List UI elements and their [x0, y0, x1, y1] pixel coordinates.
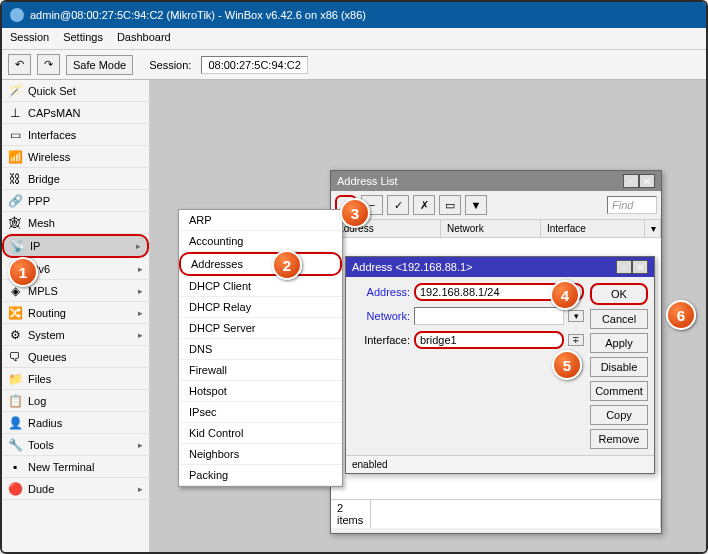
sidebar-item-queues[interactable]: 🗨Queues — [2, 346, 149, 368]
sidebar-icon: ⚙ — [8, 328, 22, 342]
col-interface[interactable]: Interface — [541, 220, 645, 237]
sidebar-item-radius[interactable]: 👤Radius — [2, 412, 149, 434]
submenu-item-dhcp-relay[interactable]: DHCP Relay — [179, 297, 342, 318]
address-edit-footer: enabled — [346, 455, 654, 473]
sidebar-label: New Terminal — [28, 461, 94, 473]
address-form: Address: Network: ▾ Interface: ∓ — [352, 283, 584, 449]
sidebar-item-routing[interactable]: 🔀Routing▸ — [2, 302, 149, 324]
chevron-right-icon: ▸ — [138, 308, 143, 318]
sidebar-label: Wireless — [28, 151, 70, 163]
enable-button[interactable]: ✓ — [387, 195, 409, 215]
menu-settings[interactable]: Settings — [63, 31, 103, 46]
menu-session[interactable]: Session — [10, 31, 49, 46]
address-list-titlebar[interactable]: Address List ▫ ✕ — [331, 171, 661, 191]
sidebar-item-tools[interactable]: 🔧Tools▸ — [2, 434, 149, 456]
sidebar-item-system[interactable]: ⚙System▸ — [2, 324, 149, 346]
cancel-button[interactable]: Cancel — [590, 309, 648, 329]
titlebar: admin@08:00:27:5C:94:C2 (MikroTik) - Win… — [2, 2, 706, 28]
interface-input[interactable] — [414, 331, 564, 349]
sidebar-item-files[interactable]: 📁Files — [2, 368, 149, 390]
close-icon[interactable]: ✕ — [639, 174, 655, 188]
address-buttons: OK Cancel Apply Disable Comment Copy Rem… — [590, 283, 648, 449]
submenu-item-dhcp-client[interactable]: DHCP Client — [179, 276, 342, 297]
address-edit-window: Address <192.168.88.1> ▫ ✕ Address: Netw… — [345, 256, 655, 474]
close-icon[interactable]: ✕ — [632, 260, 648, 274]
sidebar-label: IP — [30, 240, 40, 252]
col-menu-icon[interactable]: ▾ — [645, 220, 661, 237]
col-network[interactable]: Network — [441, 220, 541, 237]
interface-dropdown-icon[interactable]: ∓ — [568, 334, 584, 346]
safemode-button[interactable]: Safe Mode — [66, 55, 133, 75]
sidebar-label: Quick Set — [28, 85, 76, 97]
menubar: Session Settings Dashboard — [2, 28, 706, 50]
remove-button[interactable]: Remove — [590, 429, 648, 449]
copy-button[interactable]: Copy — [590, 405, 648, 425]
submenu-item-dns[interactable]: DNS — [179, 339, 342, 360]
network-dropdown-icon[interactable]: ▾ — [568, 310, 584, 322]
sidebar-icon: 🔴 — [8, 482, 22, 496]
network-input[interactable] — [414, 307, 564, 325]
submenu-item-hotspot[interactable]: Hotspot — [179, 381, 342, 402]
sidebar-item-log[interactable]: 📋Log — [2, 390, 149, 412]
undo-button[interactable]: ↶ — [8, 54, 31, 75]
sidebar-item-mesh[interactable]: 🕸Mesh — [2, 212, 149, 234]
disable-button[interactable]: Disable — [590, 357, 648, 377]
sidebar-icon: 📁 — [8, 372, 22, 386]
chevron-right-icon: ▸ — [138, 440, 143, 450]
sidebar-label: CAPsMAN — [28, 107, 81, 119]
app-icon — [10, 8, 24, 22]
status-bar: 2 items — [331, 499, 661, 528]
chevron-right-icon: ▸ — [138, 484, 143, 494]
address-edit-body: Address: Network: ▾ Interface: ∓ — [346, 277, 654, 455]
submenu-item-firewall[interactable]: Firewall — [179, 360, 342, 381]
minimize-icon[interactable]: ▫ — [616, 260, 632, 274]
main-area: 🪄Quick Set⊥CAPsMAN▭Interfaces📶Wireless⛓B… — [2, 80, 706, 554]
sidebar-item-bridge[interactable]: ⛓Bridge — [2, 168, 149, 190]
disable-button[interactable]: ✗ — [413, 195, 435, 215]
window-title: admin@08:00:27:5C:94:C2 (MikroTik) - Win… — [30, 9, 366, 21]
sidebar-item-interfaces[interactable]: ▭Interfaces — [2, 124, 149, 146]
menu-dashboard[interactable]: Dashboard — [117, 31, 171, 46]
minimize-icon[interactable]: ▫ — [623, 174, 639, 188]
ok-button[interactable]: OK — [590, 283, 648, 305]
apply-button[interactable]: Apply — [590, 333, 648, 353]
address-list-toolbar: + − ✓ ✗ ▭ ▼ Find — [331, 191, 661, 220]
address-list-title: Address List — [337, 175, 398, 187]
submenu-item-kid-control[interactable]: Kid Control — [179, 423, 342, 444]
submenu-item-accounting[interactable]: Accounting — [179, 231, 342, 252]
submenu-item-packing[interactable]: Packing — [179, 465, 342, 486]
comment-button[interactable]: Comment — [590, 381, 648, 401]
sidebar-item-ip[interactable]: 📡IP▸ — [2, 234, 149, 258]
sidebar-item-new-terminal[interactable]: ▪New Terminal — [2, 456, 149, 478]
sidebar-item-ppp[interactable]: 🔗PPP — [2, 190, 149, 212]
sidebar-icon: ⊥ — [8, 106, 22, 120]
find-input[interactable]: Find — [607, 196, 657, 214]
sidebar-item-dude[interactable]: 🔴Dude▸ — [2, 478, 149, 500]
submenu-item-ipsec[interactable]: IPsec — [179, 402, 342, 423]
redo-button[interactable]: ↷ — [37, 54, 60, 75]
session-value: 08:00:27:5C:94:C2 — [201, 56, 307, 74]
sidebar-item-wireless[interactable]: 📶Wireless — [2, 146, 149, 168]
sidebar-item-quick-set[interactable]: 🪄Quick Set — [2, 80, 149, 102]
comment-button[interactable]: ▭ — [439, 195, 461, 215]
callout-1: 1 — [8, 257, 38, 287]
sidebar-label: Mesh — [28, 217, 55, 229]
sidebar-icon: 📡 — [10, 239, 24, 253]
sidebar-icon: 👤 — [8, 416, 22, 430]
chevron-right-icon: ▸ — [136, 241, 141, 251]
address-edit-titlebar[interactable]: Address <192.168.88.1> ▫ ✕ — [346, 257, 654, 277]
filter-button[interactable]: ▼ — [465, 195, 487, 215]
sidebar-item-capsman[interactable]: ⊥CAPsMAN — [2, 102, 149, 124]
sidebar-icon: ⛓ — [8, 172, 22, 186]
address-label: Address: — [352, 286, 410, 298]
sidebar-icon: 🔗 — [8, 194, 22, 208]
sidebar-label: Tools — [28, 439, 54, 451]
submenu-item-arp[interactable]: ARP — [179, 210, 342, 231]
sidebar-icon: ▭ — [8, 128, 22, 142]
submenu-item-dhcp-server[interactable]: DHCP Server — [179, 318, 342, 339]
sidebar: 🪄Quick Set⊥CAPsMAN▭Interfaces📶Wireless⛓B… — [2, 80, 150, 554]
submenu-item-neighbors[interactable]: Neighbors — [179, 444, 342, 465]
toolbar: ↶ ↷ Safe Mode Session: 08:00:27:5C:94:C2 — [2, 50, 706, 80]
sidebar-label: Routing — [28, 307, 66, 319]
submenu-item-addresses[interactable]: Addresses — [179, 252, 342, 276]
